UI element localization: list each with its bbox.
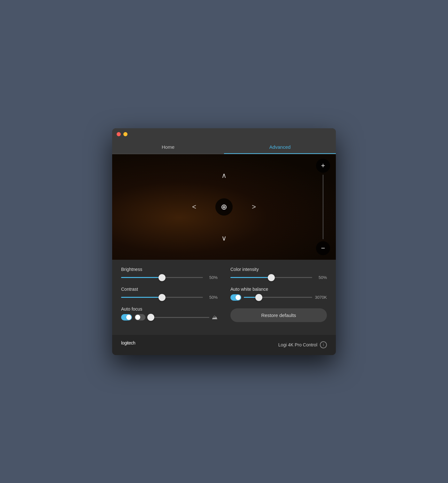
auto-focus-control: Auto focus bbox=[121, 306, 218, 321]
contrast-fill bbox=[121, 297, 162, 298]
auto-white-balance-control: Auto white balance 3070K bbox=[230, 287, 327, 301]
auto-focus-second-toggle[interactable] bbox=[135, 314, 145, 321]
traffic-lights bbox=[117, 132, 127, 136]
auto-white-balance-thumb[interactable] bbox=[255, 294, 262, 301]
app-window: Home Advanced ∧ < ⊕ > bbox=[112, 128, 336, 355]
tab-home[interactable]: Home bbox=[112, 140, 224, 154]
brightness-thumb[interactable] bbox=[158, 274, 166, 281]
tab-advanced[interactable]: Advanced bbox=[224, 140, 336, 154]
color-intensity-thumb[interactable] bbox=[268, 274, 275, 281]
logitech-logo: logitech bbox=[121, 340, 135, 350]
auto-focus-thumb[interactable] bbox=[147, 314, 154, 321]
color-intensity-slider-row: 50% bbox=[230, 274, 327, 281]
right-column: Color intensity 50% Auto white balance bbox=[230, 267, 327, 328]
pan-right-button[interactable]: > bbox=[252, 203, 256, 210]
device-name: Logi 4K Pro Control bbox=[278, 342, 317, 347]
pan-up-button[interactable]: ∧ bbox=[221, 172, 227, 179]
color-intensity-track bbox=[230, 277, 312, 278]
brightness-slider[interactable] bbox=[121, 274, 203, 281]
auto-white-balance-row: 3070K bbox=[230, 294, 327, 301]
contrast-track bbox=[121, 297, 203, 298]
auto-white-balance-label: Auto white balance bbox=[230, 287, 327, 292]
restore-defaults-group: Restore defaults bbox=[230, 306, 327, 322]
auto-focus-track bbox=[148, 317, 209, 318]
left-column: Brightness 50% Contrast bbox=[121, 267, 218, 328]
color-intensity-label: Color intensity bbox=[230, 267, 327, 272]
camera-view: ∧ < ⊕ > ∨ bbox=[112, 154, 336, 260]
camera-controls-overlay: ∧ < ⊕ > ∨ bbox=[112, 154, 336, 260]
auto-white-balance-toggle[interactable] bbox=[230, 294, 241, 301]
auto-white-balance-toggle-knob bbox=[236, 295, 241, 300]
auto-white-balance-track bbox=[244, 297, 312, 298]
auto-focus-second-toggle-knob bbox=[135, 315, 140, 320]
zoom-out-button[interactable]: − bbox=[316, 241, 330, 255]
brightness-control: Brightness 50% bbox=[121, 267, 218, 281]
zoom-controls: + − bbox=[316, 154, 330, 260]
crosshair-icon: ⊕ bbox=[221, 203, 227, 211]
auto-focus-label: Auto focus bbox=[121, 306, 218, 312]
contrast-slider-row: 50% bbox=[121, 294, 218, 301]
contrast-label: Contrast bbox=[121, 287, 218, 292]
pan-left-button[interactable]: < bbox=[192, 203, 196, 210]
pan-center-button[interactable]: ⊕ bbox=[215, 198, 233, 216]
title-bar bbox=[112, 128, 336, 140]
controls-grid: Brightness 50% Contrast bbox=[121, 267, 327, 328]
auto-white-balance-slider[interactable] bbox=[244, 294, 312, 301]
brightness-slider-row: 50% bbox=[121, 274, 218, 281]
zoom-in-button[interactable]: + bbox=[316, 159, 330, 173]
color-intensity-fill bbox=[230, 277, 271, 278]
auto-focus-slider[interactable] bbox=[148, 314, 209, 321]
close-button[interactable] bbox=[117, 132, 121, 136]
brightness-fill bbox=[121, 277, 162, 278]
contrast-control: Contrast 50% bbox=[121, 287, 218, 301]
restore-defaults-button[interactable]: Restore defaults bbox=[230, 308, 327, 322]
color-intensity-value: 50% bbox=[315, 275, 327, 280]
pan-row: < ⊕ > bbox=[192, 198, 256, 216]
info-button[interactable]: i bbox=[320, 341, 327, 348]
minimize-button[interactable] bbox=[123, 132, 127, 136]
device-info: Logi 4K Pro Control i bbox=[278, 341, 327, 348]
brightness-value: 50% bbox=[206, 275, 218, 280]
contrast-thumb[interactable] bbox=[158, 294, 166, 301]
auto-focus-toggle[interactable] bbox=[121, 314, 132, 321]
auto-white-balance-value: 3070K bbox=[315, 295, 327, 300]
tab-advanced-label: Advanced bbox=[269, 144, 291, 150]
contrast-slider[interactable] bbox=[121, 294, 203, 301]
tab-home-label: Home bbox=[162, 144, 174, 150]
color-intensity-control: Color intensity 50% bbox=[230, 267, 327, 281]
mountain-icon: ⛰ bbox=[212, 314, 218, 321]
contrast-value: 50% bbox=[206, 295, 218, 300]
pan-down-button[interactable]: ∨ bbox=[221, 235, 227, 242]
controls-panel: Brightness 50% Contrast bbox=[112, 260, 336, 335]
color-intensity-slider[interactable] bbox=[230, 274, 312, 281]
brightness-label: Brightness bbox=[121, 267, 218, 272]
pan-control: ∧ < ⊕ > ∨ bbox=[192, 172, 256, 242]
zoom-track bbox=[323, 175, 323, 239]
auto-focus-row: ⛰ bbox=[121, 314, 218, 321]
brightness-track bbox=[121, 277, 203, 278]
tab-bar: Home Advanced bbox=[112, 140, 336, 154]
footer: logitech Logi 4K Pro Control i bbox=[112, 335, 336, 355]
auto-focus-toggle-knob bbox=[126, 315, 131, 320]
